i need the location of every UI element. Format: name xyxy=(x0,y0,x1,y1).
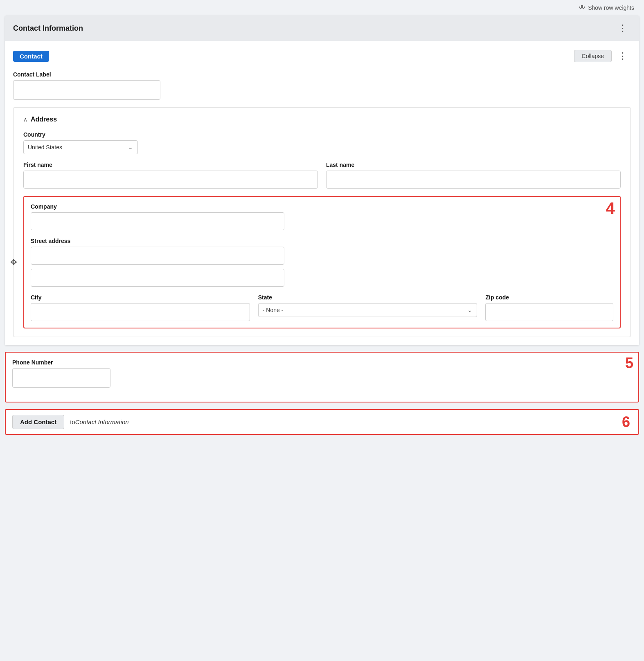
top-bar: 👁 Show row weights xyxy=(0,0,644,16)
contact-label-label: Contact Label xyxy=(13,71,631,78)
street-address-label: Street address xyxy=(31,238,613,244)
address-title: Address xyxy=(31,116,57,123)
show-row-weights-label: Show row weights xyxy=(588,4,634,11)
country-select[interactable]: United States Canada United Kingdom Aust… xyxy=(23,140,138,154)
company-input[interactable] xyxy=(31,212,284,230)
panel-title: Contact Information xyxy=(13,24,83,33)
last-name-col: Last name xyxy=(326,162,621,189)
add-contact-button[interactable]: Add Contact xyxy=(12,415,64,429)
panel-header-actions: ⋮ xyxy=(615,21,631,35)
company-label: Company xyxy=(31,203,613,210)
phone-number-group: Phone Number xyxy=(12,359,632,388)
contact-label-input[interactable] xyxy=(13,80,160,100)
add-contact-text: toContact Information xyxy=(70,418,128,425)
city-label: City xyxy=(31,294,250,301)
first-name-col: First name xyxy=(23,162,318,189)
chevron-up-icon: ∧ xyxy=(23,116,27,123)
to-label: to xyxy=(70,418,75,425)
first-name-input[interactable] xyxy=(23,171,318,189)
panel-header: Contact Information ⋮ xyxy=(5,16,639,41)
country-group: Country United States Canada United King… xyxy=(23,131,621,154)
panel-menu-button[interactable]: ⋮ xyxy=(615,21,631,35)
contact-label-group: Contact Label xyxy=(13,71,631,100)
address-section: ∧ Address Country United States Canada U… xyxy=(13,107,631,337)
zip-code-label: Zip code xyxy=(485,294,613,301)
add-contact-section: Add Contact toContact Information 6 xyxy=(5,409,639,435)
country-label: Country xyxy=(23,131,621,138)
phone-number-section: 5 Phone Number xyxy=(5,352,639,402)
zip-col: Zip code xyxy=(485,294,613,321)
contact-badge-row: Contact Collapse ⋮ xyxy=(13,49,631,63)
city-input[interactable] xyxy=(31,303,250,321)
state-select[interactable]: - None - xyxy=(258,303,477,317)
show-row-weights-button[interactable]: 👁 Show row weights xyxy=(579,4,634,11)
city-col: City xyxy=(31,294,250,321)
state-col: State - None - ⌄ xyxy=(258,294,477,317)
row-number-5: 5 xyxy=(625,356,633,371)
row-number-6: 6 xyxy=(622,415,630,429)
street-address-group: Street address xyxy=(31,238,613,287)
state-label: State xyxy=(258,294,477,301)
country-select-wrapper: United States Canada United Kingdom Aust… xyxy=(23,140,138,154)
phone-number-input[interactable] xyxy=(12,368,110,388)
name-row: First name Last name xyxy=(23,162,621,189)
address-header: ∧ Address xyxy=(23,116,621,123)
phone-number-label: Phone Number xyxy=(12,359,632,366)
state-select-wrapper: - None - ⌄ xyxy=(258,303,477,317)
zip-code-input[interactable] xyxy=(485,303,613,321)
address-inner-red-section: ✥ 4 Company Street address xyxy=(23,196,621,328)
street-inputs xyxy=(31,247,613,287)
collapse-button[interactable]: Collapse xyxy=(574,50,612,62)
street-address-line1-input[interactable] xyxy=(31,247,284,265)
panel-body: Contact Collapse ⋮ Contact Label ∧ Addre… xyxy=(5,41,639,345)
street-address-line2-input[interactable] xyxy=(31,269,284,287)
company-group: Company xyxy=(31,203,613,230)
contact-info-italic: Contact Information xyxy=(75,418,129,425)
contact-badge: Contact xyxy=(13,51,49,62)
first-name-label: First name xyxy=(23,162,318,168)
city-state-zip-row: City State - None - ⌄ Zip code xyxy=(31,294,613,321)
row-number-4: 4 xyxy=(606,200,615,216)
contact-menu-button[interactable]: ⋮ xyxy=(615,49,631,63)
last-name-input[interactable] xyxy=(326,171,621,189)
drag-handle-icon[interactable]: ✥ xyxy=(10,257,17,267)
badge-right: Collapse ⋮ xyxy=(574,49,631,63)
contact-information-panel: Contact Information ⋮ Contact Collapse ⋮… xyxy=(5,16,639,345)
eye-icon: 👁 xyxy=(579,4,585,11)
last-name-label: Last name xyxy=(326,162,621,168)
